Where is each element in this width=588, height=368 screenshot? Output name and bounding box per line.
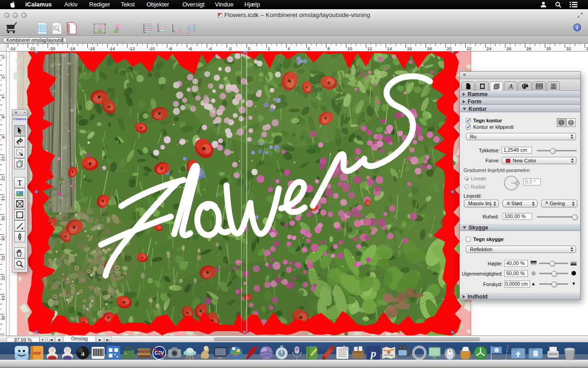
svg-text:18: 18: [427, 46, 432, 51]
svg-text:-16: -16: [89, 46, 95, 51]
svg-text:34: 34: [586, 46, 588, 51]
svg-text:-24: -24: [9, 46, 16, 51]
svg-text:8: 8: [1, 136, 6, 138]
svg-text:20: 20: [1, 256, 6, 261]
svg-text:28: 28: [526, 46, 531, 51]
svg-text:26: 26: [506, 46, 511, 51]
svg-text:-22: -22: [29, 46, 35, 51]
svg-text:10: 10: [347, 46, 352, 51]
svg-text:-20: -20: [49, 46, 56, 51]
svg-text:a: a: [81, 350, 85, 357]
svg-text:2: 2: [268, 46, 270, 51]
svg-text:26: 26: [1, 315, 6, 320]
svg-text:4: 4: [288, 46, 290, 51]
svg-text:-12: -12: [129, 46, 135, 51]
svg-text:-4: -4: [208, 46, 212, 51]
svg-text:0: 0: [1, 57, 6, 59]
svg-text:-10: -10: [148, 46, 155, 51]
svg-text:A: A: [508, 83, 513, 90]
svg-text:14: 14: [1, 196, 6, 201]
svg-text:16: 16: [1, 216, 6, 221]
svg-text:-2: -2: [228, 46, 232, 51]
svg-text:p: p: [370, 347, 376, 359]
svg-text:32: 32: [566, 46, 571, 51]
svg-text:18: 18: [1, 236, 6, 241]
svg-text:T: T: [17, 178, 23, 187]
svg-text:12: 12: [1, 176, 6, 181]
svg-text:24: 24: [486, 46, 492, 51]
svg-text:30: 30: [546, 46, 551, 51]
svg-text:0: 0: [248, 46, 250, 51]
svg-text:-8: -8: [168, 46, 172, 51]
svg-text:6: 6: [1, 116, 6, 118]
svg-text:10: 10: [1, 156, 6, 161]
svg-text:-14: -14: [108, 46, 115, 51]
svg-text:6: 6: [307, 46, 310, 51]
svg-text:16: 16: [407, 46, 412, 51]
svg-text:-18: -18: [69, 46, 75, 51]
svg-text:22: 22: [467, 46, 472, 51]
svg-text:24: 24: [1, 295, 6, 300]
svg-text:4: 4: [1, 96, 6, 98]
svg-text:20: 20: [447, 46, 452, 51]
svg-text:8: 8: [328, 46, 330, 51]
svg-text:-6: -6: [188, 46, 192, 51]
svg-text:22: 22: [1, 276, 6, 281]
svg-text:2: 2: [1, 76, 6, 79]
svg-text:PDF: PDF: [33, 351, 42, 356]
svg-text:14: 14: [387, 46, 392, 51]
svg-text:12: 12: [367, 46, 372, 51]
